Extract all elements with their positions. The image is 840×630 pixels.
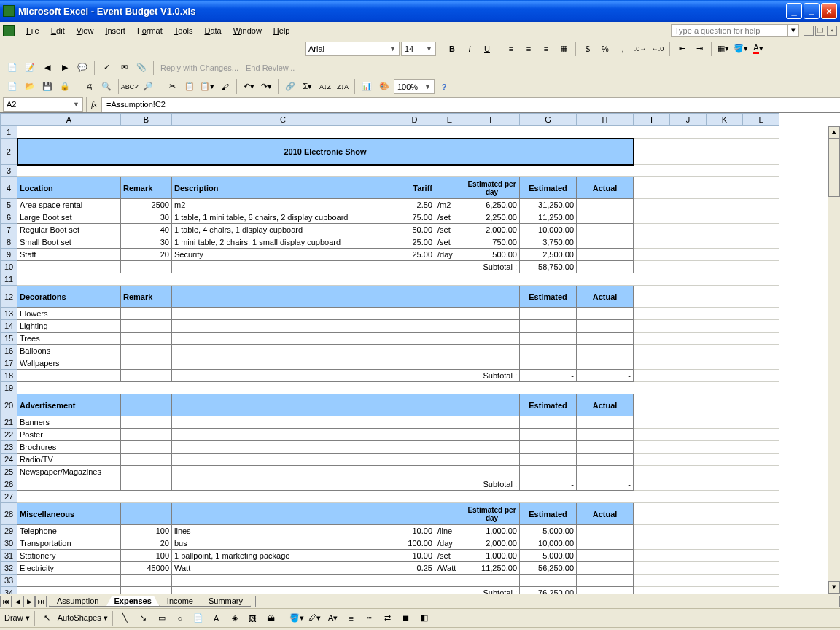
cell[interactable]	[172, 320, 394, 332]
cell[interactable]: Remark	[121, 286, 172, 308]
row-header[interactable]: 16	[1, 345, 18, 357]
cell[interactable]	[577, 320, 634, 332]
cell[interactable]	[435, 441, 464, 454]
cell[interactable]: /m2	[435, 199, 464, 211]
edit-comment-button[interactable]: 📝	[22, 60, 38, 76]
shadow-button[interactable]: ◼	[398, 610, 414, 626]
paste-button[interactable]: 📋▾	[199, 79, 215, 95]
row-header[interactable]: 17	[1, 357, 18, 370]
row-header[interactable]: 14	[1, 320, 18, 332]
cell[interactable]: -	[577, 261, 634, 273]
font-color-button[interactable]: A▾	[750, 41, 766, 57]
cell[interactable]	[464, 308, 520, 320]
cell[interactable]: 6,250.00	[464, 199, 520, 211]
print-button[interactable]: 🖨	[81, 79, 97, 95]
cell[interactable]	[435, 429, 464, 441]
cell[interactable]: 2,500.00	[520, 249, 577, 261]
close-button[interactable]: ×	[821, 3, 837, 19]
spelling-button[interactable]: ABC✓	[122, 79, 139, 95]
column-headers[interactable]: A B C D E F G H I J K L	[1, 114, 779, 126]
cell[interactable]: -	[577, 370, 634, 382]
cell[interactable]	[577, 332, 634, 345]
save-button[interactable]: 💾	[39, 79, 55, 95]
cell[interactable]: Wallpapers	[18, 357, 121, 370]
redo-button[interactable]: ↷▾	[258, 79, 274, 95]
cell[interactable]: 45000	[121, 562, 172, 575]
cell[interactable]	[577, 249, 634, 261]
cell[interactable]: Brochures	[18, 441, 121, 454]
cell[interactable]	[121, 454, 172, 466]
sheet-tab-income[interactable]: Income	[159, 596, 201, 607]
cut-button[interactable]: ✂	[164, 79, 180, 95]
cell[interactable]	[577, 345, 634, 357]
cell[interactable]: /set	[435, 224, 464, 236]
row-header[interactable]: 7	[1, 224, 18, 236]
cell[interactable]: Subtotal :	[464, 587, 520, 594]
cell[interactable]	[121, 441, 172, 454]
print-preview-button[interactable]: 🔍	[98, 79, 114, 95]
line-color-button[interactable]: 🖊▾	[307, 610, 323, 626]
cell[interactable]	[520, 454, 577, 466]
cell[interactable]	[520, 345, 577, 357]
col-J[interactable]: J	[670, 114, 707, 126]
cell[interactable]	[520, 416, 577, 429]
mdi-minimize-button[interactable]: _	[804, 26, 814, 36]
cell[interactable]: Newspaper/Magazines	[18, 466, 121, 478]
cell[interactable]	[520, 429, 577, 441]
fill-color-draw-button[interactable]: 🪣▾	[289, 610, 305, 626]
cell[interactable]: 2500	[121, 199, 172, 211]
menu-view[interactable]: View	[71, 25, 100, 36]
cell[interactable]: 750.00	[464, 236, 520, 249]
autoshapes-menu[interactable]: AutoShapes ▾	[58, 613, 108, 623]
help-button[interactable]: ?	[436, 79, 452, 95]
cell[interactable]: Staff	[18, 249, 121, 261]
decrease-indent-button[interactable]: ⇤	[674, 41, 690, 57]
cell[interactable]	[172, 345, 394, 357]
cell[interactable]: 1 table, 1 mini table, 6 chairs, 2 displ…	[172, 211, 394, 224]
tab-nav-prev[interactable]: ◀	[12, 596, 23, 607]
cell[interactable]: 40	[121, 224, 172, 236]
cell[interactable]: Electricity	[18, 562, 121, 575]
cell[interactable]	[121, 429, 172, 441]
cell[interactable]	[577, 454, 634, 466]
tab-nav-first[interactable]: ⏮	[0, 596, 12, 607]
cell[interactable]: 1,000.00	[464, 550, 520, 562]
cell[interactable]: Location	[18, 177, 121, 199]
borders-button[interactable]: ▦▾	[715, 41, 731, 57]
cell[interactable]: Actual	[577, 286, 634, 308]
cell[interactable]: 2.50	[394, 199, 435, 211]
cell[interactable]: 5,000.00	[520, 550, 577, 562]
cell[interactable]: Subtotal :	[464, 478, 520, 491]
cell[interactable]: 75.00	[394, 211, 435, 224]
cell[interactable]: 100	[121, 550, 172, 562]
select-objects-button[interactable]: ↖	[39, 610, 55, 626]
cell[interactable]: /day	[435, 537, 464, 550]
align-center-button[interactable]: ≡	[521, 41, 537, 57]
col-G[interactable]: G	[520, 114, 577, 126]
cell[interactable]	[435, 466, 464, 478]
row-header[interactable]: 6	[1, 211, 18, 224]
cell[interactable]	[577, 429, 634, 441]
sheet-tab-assumption[interactable]: Assumption	[49, 596, 106, 607]
line-style-button[interactable]: ≡	[343, 610, 359, 626]
cell[interactable]: Estimated	[520, 394, 577, 416]
cell[interactable]: 10.00	[394, 550, 435, 562]
cell[interactable]	[464, 441, 520, 454]
row-header[interactable]: 10	[1, 261, 18, 273]
diagram-button[interactable]: ◈	[227, 610, 243, 626]
cell[interactable]: Remark	[121, 177, 172, 199]
bold-button[interactable]: B	[444, 41, 460, 57]
col-E[interactable]: E	[435, 114, 464, 126]
wordart-button[interactable]: A	[209, 610, 225, 626]
cell[interactable]: Stationery	[18, 550, 121, 562]
cell[interactable]	[394, 320, 435, 332]
3d-button[interactable]: ◧	[416, 610, 432, 626]
help-search-input[interactable]	[671, 24, 788, 37]
spreadsheet-grid[interactable]: A B C D E F G H I J K L 1 22010 Electron…	[0, 112, 840, 594]
cell[interactable]	[577, 236, 634, 249]
cell[interactable]	[577, 441, 634, 454]
row-header[interactable]: 27	[1, 491, 18, 503]
cell[interactable]: 50.00	[394, 224, 435, 236]
autosum-button[interactable]: Σ▾	[300, 79, 316, 95]
cell[interactable]: 56,250.00	[520, 562, 577, 575]
